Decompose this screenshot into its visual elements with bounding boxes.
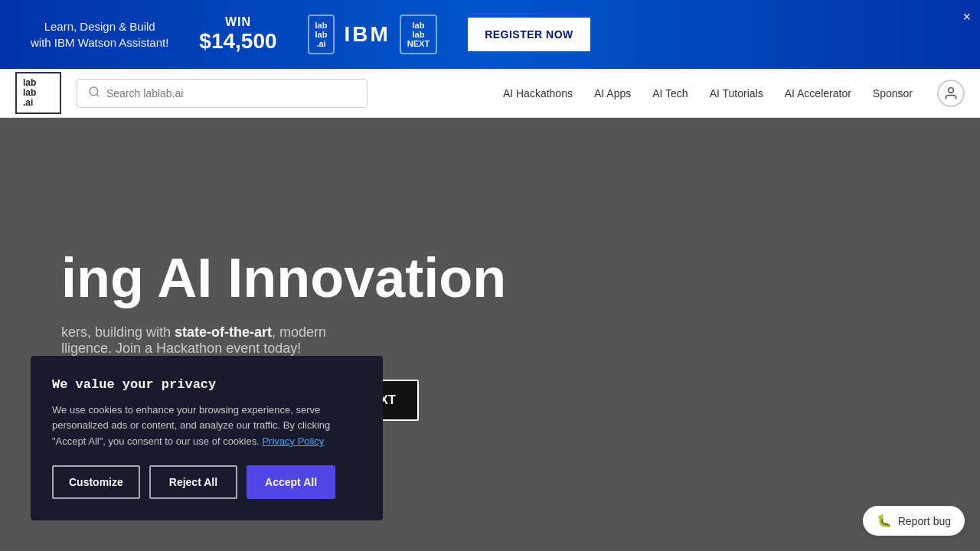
- register-now-button[interactable]: REGISTER NOW: [468, 18, 590, 51]
- nav-sponsor[interactable]: Sponsor: [864, 81, 922, 106]
- reject-all-button[interactable]: Reject All: [149, 465, 237, 499]
- search-bar[interactable]: [77, 79, 368, 108]
- promo-banner: Learn, Design & Build with IBM Watson As…: [0, 0, 980, 69]
- lablab-logo-banner: lab lab .ai: [308, 15, 335, 54]
- close-banner-button[interactable]: ×: [962, 9, 971, 25]
- nav-ai-tech[interactable]: AI Tech: [643, 81, 697, 106]
- report-bug-label: Report bug: [898, 515, 951, 527]
- nav-ai-accelerator[interactable]: AI Accelerator: [776, 81, 861, 106]
- nav-links: AI Hackathons AI Apps AI Tech AI Tutoria…: [494, 81, 922, 106]
- customize-button[interactable]: Customize: [52, 465, 140, 499]
- svg-point-1: [949, 87, 954, 93]
- search-icon: [88, 86, 100, 101]
- bug-icon: 🐛: [877, 514, 892, 528]
- site-logo[interactable]: lab lab .ai: [15, 72, 61, 115]
- ibm-logo: IBM: [344, 22, 390, 47]
- accept-all-button[interactable]: Accept All: [247, 465, 335, 499]
- labnext-logo-banner: lab lab NEXT: [400, 15, 437, 54]
- cookie-title: We value your privacy: [52, 377, 361, 392]
- privacy-policy-link[interactable]: Privacy Policy: [262, 435, 324, 447]
- navbar: lab lab .ai AI Hackathons AI Apps AI Tec…: [0, 69, 980, 118]
- banner-logos: lab lab .ai IBM lab lab NEXT: [308, 15, 438, 54]
- cookie-buttons: Customize Reject All Accept All: [52, 465, 361, 499]
- hero-subtitle: kers, building with state-of-the-art, mo…: [61, 324, 506, 357]
- cookie-body: We use cookies to enhance your browsing …: [52, 403, 361, 450]
- svg-point-0: [90, 87, 98, 96]
- cookie-consent-banner: We value your privacy We use cookies to …: [31, 356, 383, 520]
- banner-learn-text: Learn, Design & Build with IBM Watson As…: [31, 18, 168, 51]
- hero-title: ing AI Innovation: [61, 248, 506, 308]
- nav-ai-hackathons[interactable]: AI Hackathons: [494, 81, 582, 106]
- nav-ai-tutorials[interactable]: AI Tutorials: [701, 81, 773, 106]
- nav-ai-apps[interactable]: AI Apps: [585, 81, 640, 106]
- banner-win-section: WIN $14,500: [199, 15, 276, 54]
- user-icon[interactable]: [937, 80, 965, 107]
- banner-win-label: WIN: [199, 15, 276, 29]
- banner-win-amount: $14,500: [199, 29, 276, 54]
- search-input[interactable]: [106, 87, 356, 99]
- report-bug-button[interactable]: 🐛 Report bug: [863, 506, 965, 536]
